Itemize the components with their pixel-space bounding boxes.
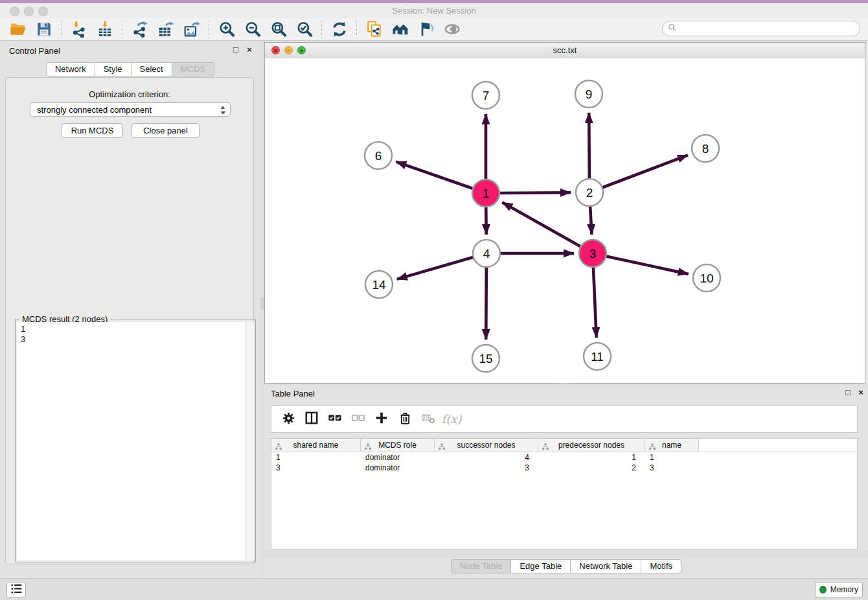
control-panel-tabs: NetworkStyleSelectMCDS — [0, 62, 260, 76]
table-hscrollbar[interactable] — [264, 551, 868, 558]
mcds-result-box[interactable]: 13 — [17, 322, 254, 560]
search-input[interactable] — [680, 23, 854, 34]
main-toolbar — [0, 18, 868, 41]
node-14[interactable]: 14 — [365, 271, 393, 298]
tab-select[interactable]: Select — [131, 62, 172, 76]
table-cell[interactable]: 3 — [271, 463, 361, 473]
export-table-button[interactable] — [153, 19, 179, 39]
select-all-button[interactable] — [323, 408, 347, 430]
run-mcds-button[interactable]: Run MCDS — [62, 123, 123, 138]
node-1[interactable]: 1 — [472, 179, 499, 207]
tab-mcds[interactable]: MCDS — [172, 62, 214, 76]
criterion-select[interactable]: strongly connected component — [30, 102, 231, 117]
table-cell[interactable]: 1 — [271, 452, 361, 463]
close-panel-button[interactable]: Close panel — [131, 123, 200, 138]
zoom-selected-button[interactable] — [291, 19, 317, 39]
save-session-button[interactable] — [31, 19, 57, 39]
refresh-layout-button[interactable] — [326, 19, 352, 39]
copy-network-button[interactable] — [361, 19, 387, 39]
gear-icon — [282, 411, 295, 427]
table-tab-group: Node TableEdge TableNetwork TableMotifs — [451, 559, 681, 573]
memory-button[interactable]: Memory — [815, 582, 863, 597]
table-cell[interactable]: dominator — [361, 452, 435, 463]
edge-2-8[interactable] — [589, 155, 688, 192]
node-10[interactable]: 10 — [693, 264, 720, 292]
node-9[interactable]: 9 — [575, 80, 602, 108]
tree-icon — [542, 441, 549, 454]
table-cell[interactable]: 4 — [435, 452, 538, 463]
table-row[interactable]: 3dominator323 — [271, 463, 857, 473]
task-history-button[interactable] — [6, 582, 26, 597]
node-7[interactable]: 7 — [472, 82, 499, 109]
node-8[interactable]: 8 — [692, 135, 719, 162]
table-cell[interactable]: 3 — [645, 463, 699, 473]
result-scrollbar[interactable] — [245, 322, 254, 560]
table-tab-network-table[interactable]: Network Table — [571, 559, 641, 573]
tab-style[interactable]: Style — [95, 62, 131, 76]
export-image-button[interactable] — [179, 19, 205, 39]
network-graph[interactable]: 7968124314101511 — [265, 58, 865, 383]
annotation-flag-button[interactable] — [413, 19, 439, 39]
delete-column-button[interactable] — [393, 408, 417, 430]
deselect-all-button[interactable] — [347, 408, 370, 430]
node-11[interactable]: 11 — [584, 343, 611, 370]
table-tab-motifs[interactable]: Motifs — [641, 559, 681, 573]
table-cell[interactable]: 2 — [538, 463, 645, 473]
node-15[interactable]: 15 — [472, 345, 499, 372]
node-2[interactable]: 2 — [576, 179, 603, 206]
node-3[interactable]: 3 — [579, 240, 606, 267]
import-network-button[interactable] — [66, 19, 92, 39]
svg-text:7: 7 — [483, 89, 490, 102]
table-tab-node-table[interactable]: Node Table — [451, 559, 512, 573]
svg-text:3: 3 — [589, 247, 597, 260]
table-row[interactable]: 1dominator411 — [271, 452, 857, 463]
open-session-button[interactable] — [5, 19, 31, 39]
column-header-name[interactable]: name — [645, 439, 699, 452]
mcds-result-lines: 13 — [21, 324, 25, 345]
network-canvas[interactable]: 7968124314101511 — [265, 58, 865, 383]
table-panel: Table Panel □ × f(x) shared nameMCDS rol… — [264, 386, 868, 577]
add-column-button[interactable] — [370, 408, 393, 430]
search-box[interactable] — [662, 21, 860, 36]
function-builder-button: f(x) — [440, 408, 463, 430]
fit-content-button[interactable] — [266, 19, 291, 39]
search-icon — [668, 23, 676, 34]
column-label: predecessor nodes — [558, 441, 624, 450]
refresh-icon — [331, 21, 348, 38]
node-4[interactable]: 4 — [473, 240, 500, 267]
import-table-icon — [97, 21, 113, 38]
float-panel-icon[interactable]: □ — [231, 45, 241, 55]
table-cell[interactable]: dominator — [361, 463, 435, 473]
show-columns-button[interactable] — [300, 408, 323, 430]
copy-network-icon — [366, 21, 383, 38]
tab-group: NetworkStyleSelectMCDS — [46, 62, 214, 76]
svg-text:2: 2 — [586, 186, 593, 200]
table-settings-button[interactable] — [277, 408, 300, 430]
edge-3-10[interactable] — [593, 253, 689, 274]
node-6[interactable]: 6 — [365, 142, 392, 169]
network-window-titlebar[interactable]: × − + scc.txt — [265, 43, 865, 59]
column-header-MCDS-role[interactable]: MCDS role — [361, 439, 435, 452]
table-cell[interactable]: 3 — [435, 463, 538, 473]
app-title: Session: New Session — [0, 3, 868, 18]
export-network-icon — [131, 21, 148, 38]
zoom-out-button[interactable] — [240, 19, 266, 39]
zoom-in-button[interactable] — [214, 19, 240, 39]
network-home-button[interactable] — [387, 19, 413, 39]
float-table-panel-icon[interactable]: □ — [843, 387, 853, 398]
table-tab-edge-table[interactable]: Edge Table — [511, 559, 571, 573]
column-label: name — [662, 441, 681, 450]
control-panel: Control Panel □ × NetworkStyleSelectMCDS… — [0, 41, 260, 578]
export-network-button[interactable] — [127, 19, 153, 39]
close-table-panel-icon[interactable]: × — [856, 387, 866, 398]
column-header-predecessor-nodes[interactable]: predecessor nodes — [538, 439, 645, 452]
tab-network[interactable]: Network — [46, 62, 95, 76]
table-cell[interactable]: 1 — [538, 452, 645, 463]
fit-content-icon — [270, 21, 287, 38]
close-panel-icon[interactable]: × — [244, 45, 255, 55]
import-table-button[interactable] — [92, 19, 118, 39]
flag-icon — [418, 21, 435, 38]
column-header-shared-name[interactable]: shared name — [271, 439, 361, 452]
edge-3-1[interactable] — [502, 202, 593, 253]
column-header-successor-nodes[interactable]: successor nodes — [435, 439, 538, 452]
